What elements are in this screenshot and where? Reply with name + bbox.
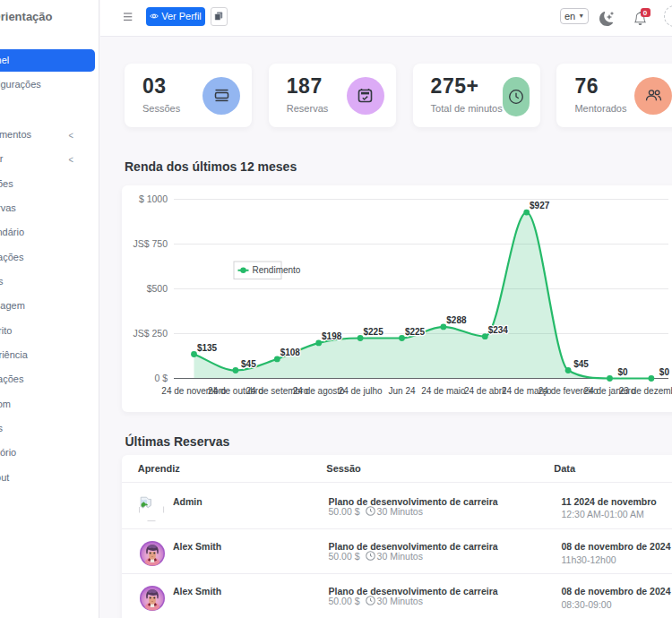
svg-text:24 de julho: 24 de julho bbox=[339, 386, 383, 396]
svg-text:24 de abril: 24 de abril bbox=[464, 386, 506, 396]
svg-text:23 de dezembro: 23 de dezembro bbox=[619, 386, 672, 396]
svg-text:$108: $108 bbox=[280, 348, 301, 357]
svg-text:0 $: 0 $ bbox=[154, 373, 168, 383]
svg-text:$225: $225 bbox=[405, 327, 426, 337]
svg-text:$ 1000: $ 1000 bbox=[139, 193, 168, 204]
svg-text:Rendimento: Rendimento bbox=[253, 265, 301, 275]
svg-text:$45: $45 bbox=[573, 359, 589, 369]
svg-text:Jun 24: Jun 24 bbox=[388, 386, 415, 396]
svg-text:$0: $0 bbox=[617, 367, 628, 377]
svg-text:$288: $288 bbox=[446, 315, 467, 325]
svg-text:$198: $198 bbox=[322, 331, 342, 341]
svg-text:JS$ 250: JS$ 250 bbox=[133, 328, 168, 339]
svg-text:$500: $500 bbox=[147, 283, 168, 294]
svg-text:$135: $135 bbox=[197, 343, 218, 353]
svg-text:$225: $225 bbox=[363, 327, 383, 337]
svg-text:$0: $0 bbox=[659, 367, 670, 377]
svg-text:$45: $45 bbox=[241, 359, 256, 369]
svg-text:24 de maio: 24 de maio bbox=[421, 386, 466, 396]
svg-text:24 de agosto: 24 de agosto bbox=[293, 386, 345, 396]
svg-text:$234: $234 bbox=[488, 325, 509, 335]
svg-text:JS$ 750: JS$ 750 bbox=[133, 238, 168, 249]
svg-text:$927: $927 bbox=[530, 201, 550, 210]
